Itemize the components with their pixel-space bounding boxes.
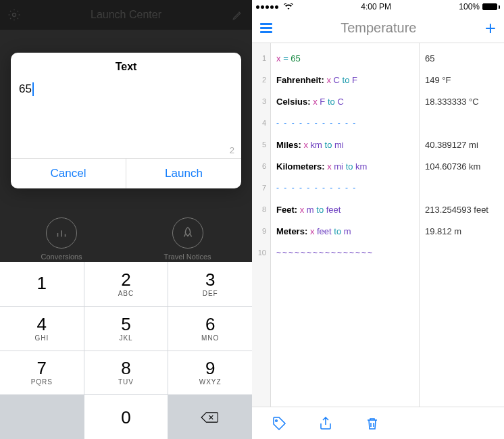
formula-row[interactable]: Kilometers: x mi to km xyxy=(271,155,419,177)
line-number: 5 xyxy=(252,134,270,155)
formula-row[interactable]: ~~~~~~~~~~~~~~~~ xyxy=(271,242,419,263)
result-cell: 18.333333 °C xyxy=(420,91,504,112)
editor-area: 12345678910 x = 65Fahrenheit: x C to FCe… xyxy=(252,43,504,407)
formula-row[interactable]: Miles: x km to mi xyxy=(271,134,419,155)
line-number: 10 xyxy=(252,242,270,263)
formula-row[interactable]: - - - - - - - - - - - xyxy=(271,112,419,134)
line-number: 7 xyxy=(252,177,270,199)
line-number: 6 xyxy=(252,155,270,177)
wifi-icon xyxy=(284,3,293,10)
formula-row[interactable]: Celsius: x F to C xyxy=(271,91,419,112)
key-6[interactable]: 6MNO xyxy=(168,307,252,351)
result-cell: 104.60736 km xyxy=(420,155,504,177)
text-input-modal: Text 65 2 Cancel Launch xyxy=(11,53,241,188)
document-title: Temperature xyxy=(272,20,485,36)
signal-dots-icon xyxy=(256,5,278,9)
line-number: 3 xyxy=(252,91,270,112)
result-cell: 213.254593 feet xyxy=(420,199,504,220)
result-cell: 19.812 m xyxy=(420,220,504,242)
key-2[interactable]: 2ABC xyxy=(84,262,168,306)
char-counter: 2 xyxy=(230,145,234,155)
menu-icon[interactable] xyxy=(260,23,272,33)
result-cell xyxy=(420,177,504,199)
bottom-toolbar xyxy=(252,407,504,439)
result-cell xyxy=(420,242,504,263)
background-grid: Conversions Travel Notices xyxy=(0,217,252,261)
line-number: 2 xyxy=(252,69,270,91)
line-number: 4 xyxy=(252,112,270,134)
cancel-button[interactable]: Cancel xyxy=(11,159,126,188)
key-9[interactable]: 9WXYZ xyxy=(168,351,252,395)
result-cell: 149 °F xyxy=(420,69,504,91)
add-button[interactable]: + xyxy=(485,19,496,38)
formula-row[interactable]: Feet: x m to feet xyxy=(271,199,419,220)
numeric-keypad: 1 2ABC 3DEF 4GHI 5JKL 6MNO 7PQRS 8TUV 9W… xyxy=(0,262,252,439)
modal-title: Text xyxy=(11,53,241,77)
launch-button[interactable]: Launch xyxy=(126,159,241,188)
key-delete[interactable] xyxy=(168,395,252,439)
key-7[interactable]: 7PQRS xyxy=(0,351,84,395)
key-blank xyxy=(0,395,84,439)
battery-pct: 100% xyxy=(459,2,480,11)
share-icon[interactable] xyxy=(318,415,334,432)
results-column: 65149 °F18.333333 °C40.389127 mi104.6073… xyxy=(420,43,504,407)
rocket-icon xyxy=(172,217,203,249)
formula-row[interactable]: Meters: x feet to m xyxy=(271,220,419,242)
app-header: Temperature + xyxy=(252,14,504,43)
key-1[interactable]: 1 xyxy=(0,262,84,306)
result-cell: 65 xyxy=(420,47,504,69)
line-number: 1 xyxy=(252,47,270,69)
result-cell: 40.389127 mi xyxy=(420,134,504,155)
trash-icon[interactable] xyxy=(364,415,380,432)
key-3[interactable]: 3DEF xyxy=(168,262,252,306)
text-input[interactable]: 65 xyxy=(19,82,233,96)
text-cursor xyxy=(32,82,34,96)
formula-row[interactable]: - - - - - - - - - - - xyxy=(271,177,419,199)
status-time: 4:00 PM xyxy=(361,2,391,11)
key-8[interactable]: 8TUV xyxy=(84,351,168,395)
chart-icon xyxy=(46,217,77,249)
line-gutter: 12345678910 xyxy=(252,43,271,407)
line-number: 8 xyxy=(252,199,270,220)
line-number: 9 xyxy=(252,220,270,242)
key-5[interactable]: 5JKL xyxy=(84,307,168,351)
grid-item-conversions: Conversions xyxy=(41,217,82,261)
key-4[interactable]: 4GHI xyxy=(0,307,84,351)
tag-icon[interactable] xyxy=(271,415,287,432)
formula-column[interactable]: x = 65Fahrenheit: x C to FCelsius: x F t… xyxy=(271,43,420,407)
formula-row[interactable]: x = 65 xyxy=(271,47,419,69)
svg-point-1 xyxy=(276,419,278,421)
grid-item-travel: Travel Notices xyxy=(164,217,211,261)
result-cell xyxy=(420,112,504,134)
key-0[interactable]: 0 xyxy=(84,395,168,439)
formula-row[interactable]: Fahrenheit: x C to F xyxy=(271,69,419,91)
battery-icon xyxy=(482,3,500,10)
status-bar: 4:00 PM 100% xyxy=(252,0,504,14)
